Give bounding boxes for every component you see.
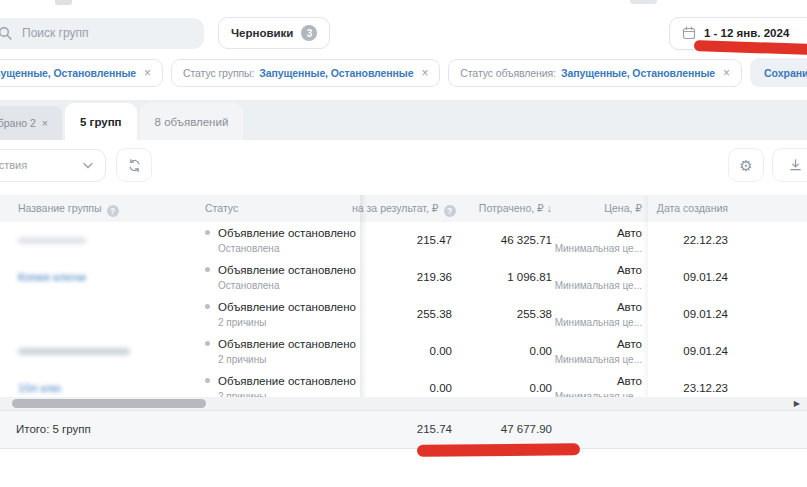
- price-strategy: Минимальная це...: [522, 317, 642, 328]
- column-header-spent[interactable]: Потрачено, ₽↓: [452, 195, 552, 222]
- group-name-redacted: [18, 348, 130, 355]
- close-icon[interactable]: ×: [144, 66, 151, 80]
- red-marker-annotation-totals: [417, 443, 580, 457]
- group-name-link[interactable]: Копия ключи: [18, 271, 86, 283]
- scroll-right-icon[interactable]: ▶: [794, 397, 800, 410]
- filter-bar: Запущенные, Остановленные × Статус групп…: [0, 58, 807, 87]
- table-settings-button[interactable]: ⚙: [728, 148, 764, 182]
- ads-manager-groups-page: Черновики 3 1 - 12 янв. 2024 Запущенные,…: [0, 0, 807, 487]
- export-button[interactable]: [772, 148, 807, 182]
- table-totals-row: Итого: 5 групп 215.74 47 677.90: [0, 410, 807, 449]
- filter-chip-campaign-status[interactable]: Запущенные, Остановленные ×: [0, 59, 163, 87]
- totals-label: Итого: 5 групп: [16, 411, 91, 448]
- substatus: 2 причины: [218, 354, 266, 365]
- filter-chip-value: Запущенные, Остановленные: [259, 67, 413, 79]
- filter-chip-group-status[interactable]: Статус группы: Запущенные, Остановленные…: [171, 59, 440, 87]
- substatus: Остановлена: [218, 280, 279, 291]
- horizontal-scrollbar[interactable]: ▶: [0, 397, 807, 410]
- table-actions-bar: Действия: [0, 148, 152, 182]
- drafts-count-badge: 3: [301, 25, 317, 41]
- group-name-cell[interactable]: [18, 333, 198, 370]
- close-icon[interactable]: ×: [723, 66, 730, 80]
- group-name-cell[interactable]: [18, 222, 198, 259]
- total-cost-per-result: 215.74: [352, 411, 452, 448]
- group-name-cell[interactable]: [18, 296, 198, 333]
- created-date: 09.01.24: [630, 333, 728, 370]
- status-dot-icon: [205, 304, 210, 309]
- table-row[interactable]: Объявление остановлено 2 причины 0.00 0.…: [0, 333, 807, 371]
- search-icon: [0, 26, 12, 40]
- group-name-link[interactable]: 10л клю: [18, 382, 61, 394]
- total-spent: 47 677.90: [452, 411, 552, 448]
- created-date: 22.12.23: [630, 222, 728, 259]
- price-strategy: Минимальная це...: [522, 354, 642, 365]
- table-row[interactable]: Объявление остановлено 2 причины 255.38 …: [0, 296, 807, 334]
- created-date: 09.01.24: [630, 296, 728, 333]
- actions-dropdown[interactable]: Действия: [0, 149, 106, 182]
- cropped-element-remnant: [630, 0, 657, 4]
- status-dot-icon: [205, 378, 210, 383]
- cost-per-result-value: 0.00: [352, 333, 452, 370]
- scrollbar-thumb[interactable]: [12, 399, 206, 408]
- search-input[interactable]: [20, 25, 194, 41]
- column-header-group-name[interactable]: Название группы?: [18, 195, 198, 222]
- status-cell: Объявление остановлено 2 причины: [205, 333, 355, 370]
- filter-chip-ad-status[interactable]: Статус объявления: Запущенные, Остановле…: [448, 59, 742, 87]
- top-toolbar: Черновики 3 1 - 12 янв. 2024: [0, 16, 807, 50]
- filter-chip-label: Статус группы:: [183, 67, 254, 79]
- cost-per-result-value: 219.36: [352, 259, 452, 296]
- status-dot-icon: [205, 341, 210, 346]
- calendar-icon: [682, 26, 696, 40]
- price-strategy: Минимальная це...: [522, 280, 642, 291]
- search-groups-field[interactable]: [0, 18, 204, 49]
- substatus: 2 причины: [218, 317, 266, 328]
- cost-per-result-value: 255.38: [352, 296, 452, 333]
- status-dot-icon: [205, 230, 210, 235]
- save-filters-button[interactable]: Сохранить: [750, 58, 807, 87]
- drafts-label: Черновики: [231, 27, 293, 39]
- refresh-button[interactable]: [116, 148, 152, 182]
- tab-strip: Выбрано 2 × 5 групп 8 объявлений: [0, 100, 807, 140]
- refresh-icon: [127, 158, 142, 173]
- selection-count-label: Выбрано 2: [0, 117, 36, 129]
- close-icon[interactable]: ×: [42, 117, 48, 129]
- status-cell: Объявление остановлено 2 причины: [205, 296, 355, 333]
- sort-desc-icon[interactable]: ↓: [547, 202, 552, 214]
- created-date: 09.01.24: [630, 259, 728, 296]
- tab-ads[interactable]: 8 объявлений: [140, 103, 244, 140]
- help-icon[interactable]: ?: [107, 205, 119, 217]
- status-cell: Объявление остановлено Остановлена: [205, 259, 355, 296]
- tabs: Выбрано 2 × 5 групп 8 объявлений: [0, 103, 243, 140]
- gear-icon: ⚙: [739, 158, 752, 173]
- table-row[interactable]: Объявление остановлено Остановлена 215.4…: [0, 222, 807, 260]
- filter-chip-value: Запущенные, Остановленные: [561, 67, 715, 79]
- group-name-redacted: [18, 237, 86, 244]
- substatus: Остановлена: [218, 243, 279, 254]
- status-cell: Объявление остановлено Остановлена: [205, 222, 355, 259]
- tab-groups[interactable]: 5 групп: [65, 103, 137, 140]
- group-name-cell[interactable]: Копия ключи: [18, 259, 198, 296]
- status-dot-icon: [205, 267, 210, 272]
- price-strategy: Минимальная це...: [522, 243, 642, 254]
- filter-chip-value: Запущенные, Остановленные: [0, 67, 136, 79]
- actions-dropdown-label: Действия: [0, 159, 27, 171]
- close-icon[interactable]: ×: [421, 66, 428, 80]
- table-row[interactable]: Копия ключи Объявление остановлено Остан…: [0, 259, 807, 297]
- selection-count-chip[interactable]: Выбрано 2 ×: [0, 106, 62, 140]
- column-header-status[interactable]: Статус: [205, 195, 355, 222]
- cost-per-result-value: 215.47: [352, 222, 452, 259]
- column-header-cost-per-result[interactable]: на за результат, ₽?: [352, 195, 452, 222]
- download-icon: [788, 158, 803, 173]
- column-header-created[interactable]: Дата создания: [630, 195, 728, 222]
- drafts-button[interactable]: Черновики 3: [218, 17, 330, 49]
- filter-chip-label: Статус объявления:: [460, 67, 556, 79]
- date-range-label: 1 - 12 янв. 2024: [704, 27, 789, 39]
- chevron-down-icon: [83, 162, 93, 169]
- cropped-element-remnant: [55, 0, 72, 5]
- table-header: Название группы? Статус на за результат,…: [0, 195, 807, 222]
